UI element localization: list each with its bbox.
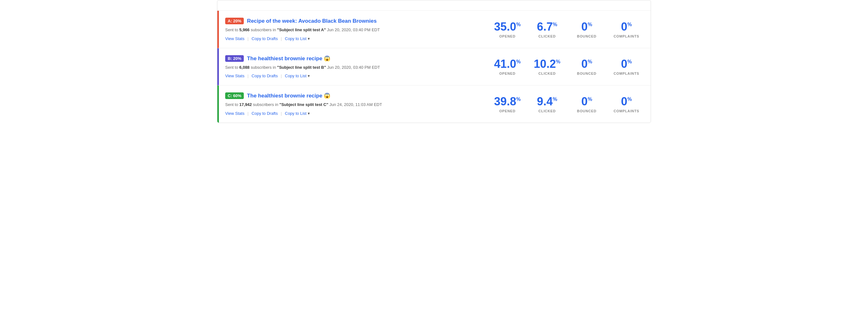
stat-item-a-complaints: 0%COMPLAINTS bbox=[612, 21, 641, 38]
campaign-row-c: C: 60%The healthiest brownie recipe 😱Sen… bbox=[217, 85, 651, 123]
campaign-title-a[interactable]: Recipe of the week: Avocado Black Bean B… bbox=[247, 18, 377, 24]
stat-number: 0 bbox=[581, 95, 588, 108]
copy-to-list-arrow-icon: ▾ bbox=[306, 111, 310, 116]
stat-item-a-bounced: 0%BOUNCED bbox=[572, 21, 601, 38]
stat-label-c-complaints: COMPLAINTS bbox=[614, 109, 639, 113]
campaign-actions-a: View Stats | Copy to Drafts | Copy to Li… bbox=[225, 36, 484, 41]
stat-percent-sign: % bbox=[588, 59, 592, 65]
campaign-badge-b: B: 20% bbox=[225, 55, 244, 62]
campaign-info-a: A: 20%Recipe of the week: Avocado Black … bbox=[225, 18, 493, 41]
campaign-meta-c: Sent to 17,942 subscribers in "Subject l… bbox=[225, 102, 484, 108]
stat-value-b-bounced: 0% bbox=[581, 58, 592, 70]
stat-item-c-bounced: 0%BOUNCED bbox=[572, 95, 601, 113]
stat-label-b-opened: OPENED bbox=[499, 72, 516, 75]
stat-item-b-bounced: 0%BOUNCED bbox=[572, 58, 601, 75]
stat-value-b-complaints: 0% bbox=[621, 58, 632, 70]
stat-value-b-opened: 41.0% bbox=[494, 58, 521, 70]
campaign-action-c-1[interactable]: Copy to Drafts bbox=[252, 111, 278, 116]
stat-item-c-opened: 39.8%OPENED bbox=[493, 95, 522, 113]
panel-header bbox=[217, 0, 651, 11]
campaign-title-row-c: C: 60%The healthiest brownie recipe 😱 bbox=[225, 92, 484, 99]
stat-percent-sign: % bbox=[627, 59, 632, 65]
campaign-action-b-0[interactable]: View Stats bbox=[225, 74, 244, 78]
campaign-meta-b: Sent to 6,088 subscribers in "Subject li… bbox=[225, 64, 484, 71]
stat-percent-sign: % bbox=[627, 22, 632, 27]
stat-value-c-bounced: 0% bbox=[581, 95, 592, 108]
action-separator: | bbox=[280, 74, 283, 78]
campaign-stats-b: 41.0%OPENED10.2%CLICKED0%BOUNCED0%COMPLA… bbox=[493, 58, 644, 75]
stat-value-a-opened: 35.0% bbox=[494, 21, 521, 33]
campaign-row-a: A: 20%Recipe of the week: Avocado Black … bbox=[217, 11, 651, 48]
campaign-title-c[interactable]: The healthiest brownie recipe 😱 bbox=[247, 92, 330, 99]
campaign-badge-a: A: 20% bbox=[225, 18, 244, 24]
stat-label-b-complaints: COMPLAINTS bbox=[614, 72, 639, 75]
stat-item-b-opened: 41.0%OPENED bbox=[493, 58, 522, 75]
stat-percent-sign: % bbox=[516, 59, 521, 65]
stat-number: 41.0 bbox=[494, 58, 516, 70]
campaign-action-a-2[interactable]: Copy to List bbox=[285, 36, 307, 41]
campaign-actions-c: View Stats | Copy to Drafts | Copy to Li… bbox=[225, 111, 484, 116]
stat-number: 35.0 bbox=[494, 21, 516, 33]
stat-label-c-bounced: BOUNCED bbox=[577, 109, 596, 113]
split-test-panel: A: 20%Recipe of the week: Avocado Black … bbox=[217, 0, 651, 123]
campaign-action-a-1[interactable]: Copy to Drafts bbox=[252, 36, 278, 41]
stat-percent-sign: % bbox=[627, 97, 632, 102]
campaign-badge-c: C: 60% bbox=[225, 92, 244, 99]
stat-percent-sign: % bbox=[553, 97, 557, 102]
stat-label-b-clicked: CLICKED bbox=[538, 72, 556, 75]
campaigns-list: A: 20%Recipe of the week: Avocado Black … bbox=[217, 11, 651, 123]
stat-number: 10.2 bbox=[534, 58, 556, 70]
stat-value-a-bounced: 0% bbox=[581, 21, 592, 33]
campaign-info-c: C: 60%The healthiest brownie recipe 😱Sen… bbox=[225, 92, 493, 116]
stat-value-b-clicked: 10.2% bbox=[534, 58, 560, 70]
campaign-meta-a: Sent to 5,966 subscribers in "Subject li… bbox=[225, 27, 484, 33]
stat-item-b-clicked: 10.2%CLICKED bbox=[533, 58, 561, 75]
stat-label-a-opened: OPENED bbox=[499, 34, 516, 38]
stat-value-c-complaints: 0% bbox=[621, 95, 632, 108]
campaign-action-b-1[interactable]: Copy to Drafts bbox=[252, 74, 278, 78]
copy-to-list-arrow-icon: ▾ bbox=[306, 74, 310, 78]
stat-label-a-clicked: CLICKED bbox=[538, 34, 556, 38]
action-separator: | bbox=[280, 111, 283, 116]
stat-item-c-complaints: 0%COMPLAINTS bbox=[612, 95, 641, 113]
stat-label-a-bounced: BOUNCED bbox=[577, 34, 596, 38]
stat-percent-sign: % bbox=[553, 22, 557, 27]
action-separator: | bbox=[246, 74, 250, 78]
stat-number: 0 bbox=[581, 21, 588, 33]
campaign-title-b[interactable]: The healthiest brownie recipe 😱 bbox=[247, 55, 330, 62]
campaign-actions-b: View Stats | Copy to Drafts | Copy to Li… bbox=[225, 74, 484, 78]
action-separator: | bbox=[246, 36, 250, 41]
campaign-info-b: B: 20%The healthiest brownie recipe 😱Sen… bbox=[225, 55, 493, 79]
stat-item-c-clicked: 9.4%CLICKED bbox=[533, 95, 561, 113]
stat-item-a-opened: 35.0%OPENED bbox=[493, 21, 522, 38]
stat-label-b-bounced: BOUNCED bbox=[577, 72, 596, 75]
stat-percent-sign: % bbox=[556, 59, 560, 65]
campaign-action-a-0[interactable]: View Stats bbox=[225, 36, 244, 41]
stat-number: 0 bbox=[621, 21, 627, 33]
campaign-stats-c: 39.8%OPENED9.4%CLICKED0%BOUNCED0%COMPLAI… bbox=[493, 95, 644, 113]
stat-value-a-clicked: 6.7% bbox=[537, 21, 557, 33]
stat-number: 6.7 bbox=[537, 21, 553, 33]
stat-value-c-opened: 39.8% bbox=[494, 95, 521, 108]
stat-value-a-complaints: 0% bbox=[621, 21, 632, 33]
stat-number: 0 bbox=[621, 95, 627, 108]
stat-percent-sign: % bbox=[516, 97, 521, 102]
stat-label-c-clicked: CLICKED bbox=[538, 109, 556, 113]
stat-label-a-complaints: COMPLAINTS bbox=[614, 34, 639, 38]
campaign-action-c-2[interactable]: Copy to List bbox=[285, 111, 307, 116]
campaign-action-b-2[interactable]: Copy to List bbox=[285, 74, 307, 78]
campaign-title-row-b: B: 20%The healthiest brownie recipe 😱 bbox=[225, 55, 484, 62]
action-separator: | bbox=[280, 36, 283, 41]
action-separator: | bbox=[246, 111, 250, 116]
campaign-stats-a: 35.0%OPENED6.7%CLICKED0%BOUNCED0%COMPLAI… bbox=[493, 21, 644, 38]
campaign-row-b: B: 20%The healthiest brownie recipe 😱Sen… bbox=[217, 48, 651, 86]
campaign-action-c-0[interactable]: View Stats bbox=[225, 111, 244, 116]
stat-percent-sign: % bbox=[588, 22, 592, 27]
stat-item-b-complaints: 0%COMPLAINTS bbox=[612, 58, 641, 75]
stat-percent-sign: % bbox=[588, 97, 592, 102]
stat-value-c-clicked: 9.4% bbox=[537, 95, 557, 108]
stat-number: 0 bbox=[581, 58, 588, 70]
stat-number: 9.4 bbox=[537, 95, 553, 108]
stat-label-c-opened: OPENED bbox=[499, 109, 516, 113]
stat-item-a-clicked: 6.7%CLICKED bbox=[533, 21, 561, 38]
